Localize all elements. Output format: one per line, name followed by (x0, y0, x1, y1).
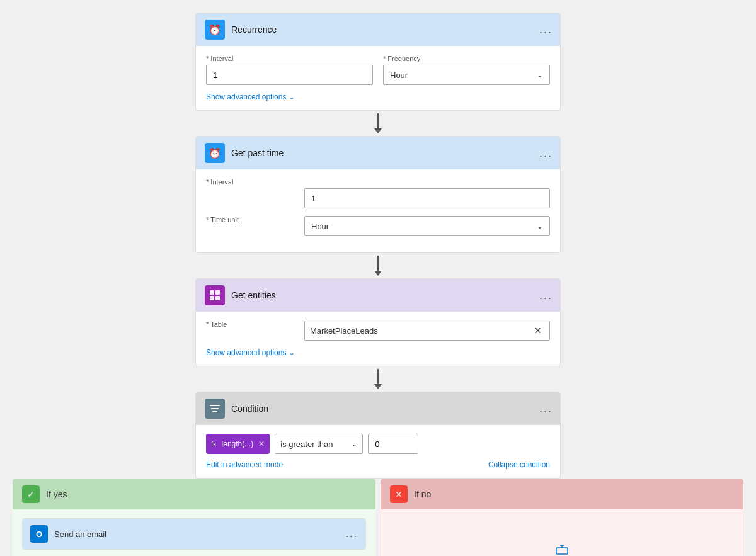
get-past-time-title: Get past time (231, 148, 551, 158)
connector-arrow-2 (374, 271, 382, 276)
no-add-action[interactable]: Add an action (390, 518, 734, 556)
collapse-condition-link[interactable]: Collapse condition (488, 460, 550, 469)
branch-yes: ✓ If yes O Send an email ... (13, 479, 375, 556)
connector-arrow-1 (374, 128, 382, 133)
gpt-interval-value-group (304, 178, 550, 208)
outlook-icon: O (30, 525, 48, 543)
gpt-interval-label: * Interval (206, 178, 294, 186)
gpt-timeunit-arrow: ⌄ (530, 222, 549, 230)
send-email-menu[interactable]: ... (346, 528, 358, 540)
svg-rect-6 (212, 411, 217, 412)
table-value-group: MarketPlaceLeads ✕ (304, 321, 550, 341)
get-past-time-icon: ⏰ (205, 143, 225, 163)
get-entities-table-row: * Table MarketPlaceLeads ✕ (206, 321, 550, 341)
table-value: MarketPlaceLeads (310, 326, 532, 336)
connector-line-2 (377, 256, 379, 271)
table-clear-button[interactable]: ✕ (532, 326, 544, 336)
frequency-label: * Frequency (383, 55, 550, 62)
gpt-timeunit-label-group: * Time unit (206, 216, 294, 236)
chip-close-button[interactable]: ✕ (258, 440, 265, 448)
recurrence-form-row: * Interval * Frequency Hour ⌄ (206, 55, 550, 85)
send-email-header: O Send an email ... (23, 519, 365, 549)
svg-rect-2 (210, 296, 214, 300)
condition-operator-text: is greater than (280, 440, 349, 449)
interval-label: * Interval (206, 55, 373, 62)
get-past-time-card: ⏰ Get past time ... * Interval * Time un… (195, 136, 561, 253)
connector-line-3 (377, 369, 379, 384)
split-container: ✓ If yes O Send an email ... (13, 479, 743, 556)
gpt-timeunit-select[interactable]: Hour ⌄ (304, 216, 550, 236)
frequency-select[interactable]: Hour ⌄ (383, 65, 550, 85)
svg-rect-3 (215, 296, 220, 300)
send-email-title: Send an email (54, 530, 340, 539)
table-label-group: * Table (206, 321, 294, 341)
gpt-interval-input[interactable] (304, 188, 550, 208)
gpt-timeunit-value: Hour (305, 218, 530, 235)
condition-menu[interactable]: ... (539, 402, 553, 416)
branch-no-body: Add an action (381, 509, 743, 556)
get-entities-body: * Table MarketPlaceLeads ✕ Show advanced… (196, 312, 560, 366)
svg-rect-5 (211, 408, 219, 409)
recurrence-menu[interactable]: ... (539, 23, 553, 37)
gpt-interval-group: * Interval (206, 178, 294, 208)
branch-no-header: ✕ If no (381, 479, 743, 509)
condition-title: Condition (231, 404, 551, 414)
connector-line-1 (377, 113, 379, 128)
get-entities-header: Get entities ... (196, 279, 560, 312)
svg-rect-10 (556, 548, 568, 554)
condition-value-input[interactable] (368, 434, 418, 454)
get-past-time-row1: * Interval (206, 178, 550, 208)
get-entities-title: Get entities (231, 290, 551, 300)
recurrence-show-advanced[interactable]: Show advanced options ⌄ (206, 93, 550, 101)
condition-links: Edit in advanced mode Collapse condition (206, 460, 550, 469)
condition-header: Condition ... (196, 392, 560, 425)
recurrence-header: ⏰ Recurrence ... (196, 13, 560, 46)
connector-arrow-3 (374, 384, 382, 389)
get-past-time-menu[interactable]: ... (539, 147, 553, 160)
entities-show-advanced[interactable]: Show advanced options ⌄ (206, 348, 550, 357)
operator-arrow: ⌄ (352, 440, 357, 448)
svg-rect-4 (210, 405, 220, 406)
get-past-time-header: ⏰ Get past time ... (196, 137, 560, 169)
frequency-value: Hour (384, 67, 530, 84)
branch-no-label: If no (414, 489, 431, 499)
edit-advanced-link[interactable]: Edit in advanced mode (206, 460, 283, 469)
interval-input[interactable] (206, 65, 373, 85)
get-entities-card: Get entities ... * Table MarketPlaceLead… (195, 278, 561, 366)
condition-row: fx length(...) ✕ is greater than ⌄ (206, 434, 550, 454)
recurrence-body: * Interval * Frequency Hour ⌄ Show advan… (196, 46, 560, 110)
table-input[interactable]: MarketPlaceLeads ✕ (304, 321, 550, 341)
svg-rect-1 (215, 290, 220, 295)
get-past-time-row2: * Time unit Hour ⌄ (206, 216, 550, 236)
branch-yes-body: O Send an email ... Add an action (13, 509, 375, 556)
send-email-card: O Send an email ... (22, 518, 366, 550)
condition-icon (205, 399, 225, 419)
branch-no: ✕ If no Add an action (381, 479, 743, 556)
table-label: * Table (206, 321, 294, 328)
no-add-action-icon (554, 543, 570, 556)
get-entities-menu[interactable]: ... (539, 289, 553, 302)
flow-canvas: ⏰ Recurrence ... * Interval * Frequency … (13, 13, 743, 556)
connector-2 (374, 253, 382, 278)
condition-chip-text: length(...) (222, 440, 254, 448)
branch-yes-label: If yes (46, 489, 67, 499)
fx-icon: fx (211, 440, 217, 448)
get-past-time-body: * Interval * Time unit Hour ⌄ (196, 169, 560, 252)
connector-1 (374, 111, 382, 136)
condition-body: fx length(...) ✕ is greater than ⌄ Edit … (196, 425, 560, 478)
connector-3 (374, 366, 382, 392)
condition-card: Condition ... fx length(...) ✕ is greate… (195, 392, 561, 479)
frequency-arrow: ⌄ (530, 71, 549, 79)
condition-chip[interactable]: fx length(...) ✕ (206, 434, 270, 454)
recurrence-icon: ⏰ (205, 20, 225, 40)
condition-operator-select[interactable]: is greater than ⌄ (275, 434, 363, 454)
get-entities-icon (205, 285, 225, 305)
svg-rect-0 (210, 290, 214, 295)
recurrence-title: Recurrence (231, 25, 551, 35)
recurrence-card: ⏰ Recurrence ... * Interval * Frequency … (195, 13, 561, 111)
frequency-group: * Frequency Hour ⌄ (383, 55, 550, 85)
yes-icon: ✓ (22, 485, 40, 503)
gpt-timeunit-select-group: Hour ⌄ (304, 216, 550, 236)
no-icon: ✕ (390, 485, 408, 503)
branch-yes-header: ✓ If yes (13, 479, 375, 509)
